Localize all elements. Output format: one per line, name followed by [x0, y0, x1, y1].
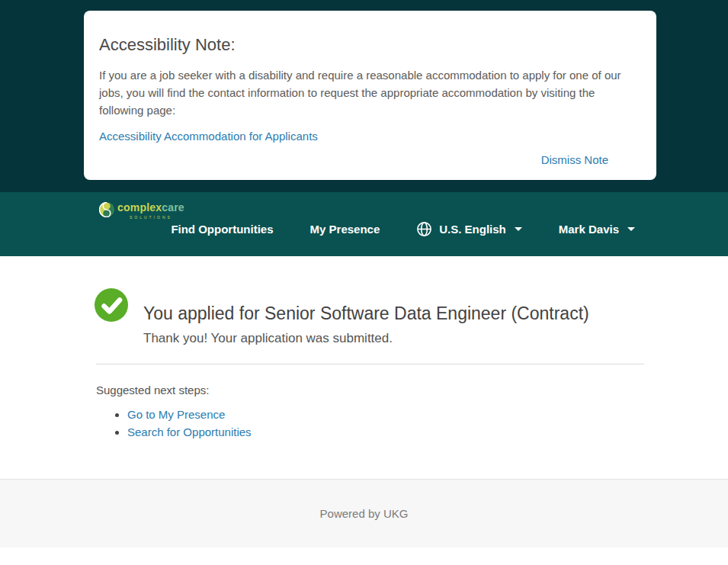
list-item: Go to My Presence — [127, 408, 728, 421]
nav-item-my-presence[interactable]: My Presence — [310, 223, 380, 236]
chevron-down-icon — [515, 227, 522, 231]
application-confirmation: You applied for Senior Software Data Eng… — [95, 288, 644, 346]
accessibility-accommodation-link[interactable]: Accessibility Accommodation for Applican… — [99, 130, 318, 143]
language-dropdown[interactable]: U.S. English — [416, 221, 522, 237]
go-to-my-presence-link[interactable]: Go to My Presence — [127, 408, 225, 421]
next-steps-label: Suggested next steps: — [96, 384, 728, 396]
confirmation-subheading: Thank you! Your application was submitte… — [143, 331, 589, 346]
next-steps-list: Go to My Presence Search for Opportuniti… — [96, 408, 728, 438]
logo-brand-primary: complex — [117, 201, 162, 213]
hero-overlay: Accessibility Note: If you are a job see… — [0, 0, 728, 192]
accessibility-note-body: If you are a job seeker with a disabilit… — [99, 66, 641, 119]
language-label: U.S. English — [439, 223, 506, 236]
nav-item-label: My Presence — [310, 223, 380, 236]
section-divider — [96, 364, 644, 364]
list-item: Search for Opportunities — [127, 425, 728, 438]
logo-subtitle: solutions — [117, 216, 184, 220]
accessibility-note-title: Accessibility Note: — [99, 35, 641, 55]
user-name-label: Mark Davis — [559, 223, 619, 236]
logo-brand-secondary: care — [162, 201, 184, 213]
company-logo-icon — [99, 202, 114, 220]
search-for-opportunities-link[interactable]: Search for Opportunities — [127, 425, 252, 438]
nav-item-label: Find Opportunities — [171, 223, 273, 236]
company-logo[interactable]: complexcare solutions — [99, 201, 184, 220]
dismiss-note-link[interactable]: Dismiss Note — [541, 153, 608, 166]
accessibility-note-card: Accessibility Note: If you are a job see… — [84, 11, 656, 180]
nav-item-find-opportunities[interactable]: Find Opportunities — [171, 223, 273, 236]
dismiss-row: Dismiss Note — [99, 153, 641, 167]
powered-by-label: Powered by UKG — [320, 507, 409, 520]
success-check-icon — [95, 288, 128, 322]
next-steps-section: Suggested next steps: Go to My Presence … — [96, 384, 728, 438]
confirmation-heading: You applied for Senior Software Data Eng… — [143, 303, 589, 324]
page-footer: Powered by UKG — [0, 479, 728, 547]
main-content: You applied for Senior Software Data Eng… — [0, 256, 728, 479]
top-navbar: complexcare solutions Find Opportunities… — [0, 192, 728, 256]
chevron-down-icon — [627, 227, 635, 231]
globe-icon — [416, 221, 432, 237]
confirmation-text-block: You applied for Senior Software Data Eng… — [143, 288, 589, 346]
company-logo-text: complexcare solutions — [117, 201, 184, 220]
nav-menu: Find Opportunities My Presence U.S. Engl… — [0, 221, 728, 237]
user-menu-dropdown[interactable]: Mark Davis — [559, 223, 635, 236]
